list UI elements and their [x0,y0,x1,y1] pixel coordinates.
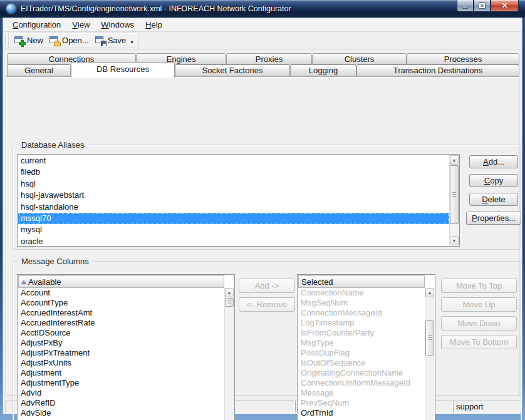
new-button-label: New [27,36,43,45]
tab[interactable]: DB Resources [71,62,175,78]
available-column-item[interactable]: Account [18,288,224,298]
open-button-label: Open... [62,36,89,45]
database-aliases-list: currentfiledbhsqlhsql-javawebstarthsql-s… [17,154,460,247]
alias-list-item[interactable]: hsql-javawebstart [18,190,449,201]
move-button: Move To Top [441,279,517,293]
scrollbar-thumb[interactable] [425,320,434,356]
scroll-down-icon[interactable]: ▼ [450,236,459,245]
selected-column-item: Message [298,388,425,398]
save-button-label: Save [108,36,127,45]
transfer-buttons: Add -><- Remove [239,279,295,312]
move-button: Move To Bottom [441,335,517,349]
selected-column-item: PrevSeqNum [298,398,425,408]
scrollbar-thumb[interactable] [450,165,459,224]
toolbar-grip[interactable] [5,34,7,46]
selected-rows: ConnectionNameMsgSeqNumConnectionMessage… [298,288,425,420]
tab[interactable]: Processes [407,53,519,64]
minimize-icon [462,7,468,9]
toolbar-buttons: New Open... Save ▼ [8,33,139,48]
sort-ascending-icon [21,280,26,284]
menu-item[interactable]: Configuration [7,19,66,31]
window-title: EITrader/TMS/Config/enginenetwork.xml - … [21,4,291,13]
available-column-header[interactable]: Available [18,275,224,288]
available-column-item[interactable]: AcctIDSource [18,328,224,338]
scroll-up-icon[interactable]: ▲ [450,155,459,165]
window-controls: ✕ [457,0,519,12]
selected-column-item: ConnectionUniformMessageId [298,378,425,388]
tab[interactable]: Proxies [226,53,312,64]
save-button[interactable]: Save [92,34,130,46]
selected-column-item: IsOutOfSequence [298,358,425,368]
alias-list-item[interactable]: mysql [18,224,449,235]
database-aliases-group: Database Aliases currentfiledbhsqlhsql-j… [13,145,521,250]
selected-column-item: MsgType [298,338,425,348]
available-column-item[interactable]: AdvRefID [18,398,224,408]
available-column-item[interactable]: AdvId [18,388,224,398]
new-button[interactable]: New [11,34,46,46]
scroll-up-icon[interactable]: ▲ [225,288,234,297]
alias-list-item[interactable]: filedb [18,166,449,178]
available-column-item[interactable]: AdjustPxUnits [18,358,224,368]
open-button[interactable]: Open... [46,34,92,46]
database-aliases-title: Database Aliases [18,140,87,150]
tab[interactable]: General [7,64,71,76]
tab[interactable]: Socket Factories [175,64,290,76]
menu-item[interactable]: Windows [95,19,140,31]
move-button: Move Up [441,297,517,312]
available-header-label: Available [28,277,61,287]
alias-list-item[interactable]: hsql [18,178,449,190]
available-column-item[interactable]: AdvSide [18,408,224,418]
alias-list-item[interactable]: oracle [18,236,449,245]
app-window: EITrader/TMS/Config/enginenetwork.xml - … [0,0,525,420]
menu-item[interactable]: Help [140,19,168,31]
alias-action-button[interactable]: Delete [469,193,518,206]
alias-action-buttons: Add...CopyDeleteProperties... [465,155,522,225]
selected-column-item: OriginatingConnectionName [298,368,425,378]
tab[interactable]: Logging [290,64,356,76]
close-button[interactable]: ✕ [491,0,519,12]
app-icon [6,4,16,14]
alias-action-button[interactable]: Properties... [466,212,521,225]
alias-list-item[interactable]: current [18,155,449,166]
tab[interactable]: Clusters [312,53,407,64]
save-disk-icon [95,36,105,45]
alias-action-button[interactable]: Add... [469,155,518,168]
available-column-item[interactable]: AccruedInterestRate [18,318,224,328]
alias-list-item[interactable]: hsql-standalone [18,202,449,213]
scroll-up-icon[interactable]: ▲ [425,288,434,297]
selected-header-label: Selected [301,277,333,287]
tab-row-bottom: GeneralDB ResourcesSocket FactoriesLoggi… [7,64,519,76]
toolbar: New Open... Save ▼ [3,32,522,49]
save-dropdown-arrow-icon[interactable]: ▼ [130,40,134,44]
title-bar[interactable]: EITrader/TMS/Config/enginenetwork.xml - … [0,0,525,18]
available-column-item[interactable]: AdjustmentType [18,378,224,388]
message-columns-group: Message Columns Available AccountAccount… [13,261,521,420]
maximize-button[interactable] [474,0,491,12]
selected-scrollbar[interactable]: ▲ ▼ [425,288,434,420]
selected-column-item: IsFromCounterParty [298,328,425,338]
minimize-button[interactable] [457,0,474,12]
available-column-item[interactable]: AdjustPxTreatment [18,348,224,358]
menu-item[interactable]: View [66,19,95,31]
selected-column-item[interactable]: OrdTrnId [298,408,425,418]
move-button: Move Down [441,316,517,330]
available-column-item[interactable]: AccountType [18,298,224,308]
selected-column-item: PossDupFlag [298,348,425,358]
scrollbar-thumb[interactable] [225,298,234,307]
alias-action-button[interactable]: Copy [469,174,518,187]
selected-column-item: MsgSeqNum [298,298,425,308]
close-icon: ✕ [501,1,507,11]
available-column-item[interactable]: AdjustPxBy [18,338,224,348]
selected-columns-list: Selected ConnectionNameMsgSeqNumConnecti… [297,274,435,420]
tab[interactable]: Transaction Destinations [356,64,519,76]
available-column-item[interactable]: Adjustment [18,368,224,378]
available-scrollbar[interactable]: ▲ ▼ [224,288,234,420]
available-rows: AccountAccountTypeAccruedInterestAmtAccr… [18,288,224,420]
transfer-button: Add -> [239,279,295,293]
aliases-scrollbar[interactable]: ▲ ▼ [449,155,459,245]
alias-list-item[interactable]: mssql70 [18,213,449,224]
selected-column-item: LogTimestamp [298,318,425,328]
selected-column-item: ConnectionMessageId [298,308,425,318]
selected-column-header[interactable]: Selected [298,275,425,288]
available-column-item[interactable]: AccruedInterestAmt [18,308,224,318]
